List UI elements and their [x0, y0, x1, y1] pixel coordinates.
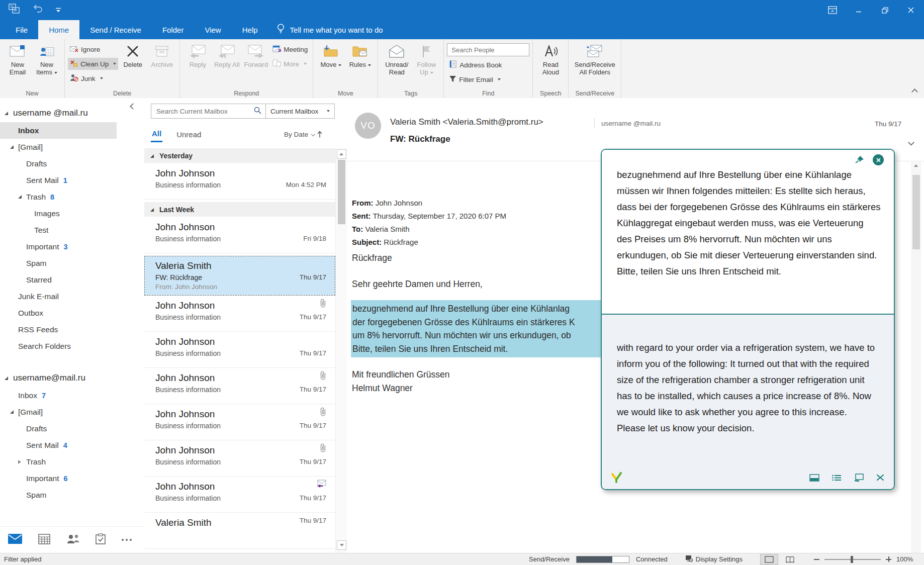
email-row[interactable]: John Johnson Business informationMon 4:5… — [144, 163, 335, 200]
email-row[interactable]: John Johnson Business informationThu 9/1… — [144, 477, 335, 513]
new-items-button[interactable]: New Items — [32, 42, 61, 76]
settings-tools-icon[interactable] — [876, 474, 885, 484]
minimize-button[interactable] — [846, 0, 872, 20]
sidebar-item-important[interactable]: Important3 — [0, 238, 144, 255]
email-row[interactable]: John Johnson Business informationThu 9/1… — [144, 332, 335, 368]
panel-view-icon[interactable] — [809, 474, 819, 484]
open-translator-icon[interactable] — [854, 474, 864, 484]
sidebar-item-spam2[interactable]: Spam — [0, 487, 144, 503]
pin-icon[interactable] — [855, 155, 865, 165]
filter-applied-status[interactable]: Filter applied — [4, 555, 41, 563]
sidebar-item-trash[interactable]: Trash8 — [0, 189, 144, 205]
filter-email-button[interactable]: Filter Email — [447, 73, 529, 85]
search-icon[interactable] — [254, 107, 261, 116]
ribbon-display-options-button[interactable] — [819, 0, 846, 20]
sidebar-item-trash2[interactable]: Trash — [0, 453, 144, 470]
sidebar-item-sent-mail2[interactable]: Sent Mail4 — [0, 437, 144, 453]
customize-quick-access-icon[interactable] — [55, 6, 61, 15]
sort-direction-icon[interactable] — [317, 130, 323, 140]
highlighted-selection[interactable]: bezugnehmend auf Ihre Bestellung über ei… — [351, 300, 604, 357]
sidebar-item-images[interactable]: Images — [0, 205, 144, 222]
zoom-out-button[interactable] — [814, 559, 819, 560]
search-people-box[interactable] — [447, 43, 529, 56]
move-button[interactable]: Move — [316, 42, 345, 68]
account1-header[interactable]: username @mail.ru — [0, 104, 144, 122]
tab-view[interactable]: View — [194, 20, 231, 39]
unread-read-button[interactable]: Unread/ Read — [381, 42, 412, 76]
tab-unread[interactable]: Unread — [176, 130, 201, 139]
email-row[interactable]: John Johnson Business informationThu 9/1… — [144, 368, 335, 404]
sidebar-item-drafts[interactable]: Drafts — [0, 155, 144, 172]
new-email-button[interactable]: New Email — [3, 42, 32, 76]
junk-button[interactable]: Junk — [68, 72, 118, 84]
archive-button[interactable]: Archive — [147, 42, 176, 68]
undo-icon[interactable] — [32, 4, 44, 16]
sidebar-item-gmail2[interactable]: [Gmail] — [0, 404, 144, 420]
zoom-slider[interactable] — [824, 559, 881, 560]
sort-by-dropdown[interactable]: By Date — [284, 131, 315, 138]
more-button[interactable]: More — [270, 58, 310, 70]
email-row[interactable]: John Johnson Business informationThu 9/1… — [144, 296, 335, 332]
more-apps-icon[interactable] — [122, 539, 132, 541]
sidebar-item-gmail[interactable]: [Gmail] — [0, 139, 144, 155]
tasks-nav-icon[interactable] — [96, 533, 106, 546]
restore-button[interactable] — [872, 0, 898, 20]
group-header-last-week[interactable]: Last Week — [144, 202, 335, 217]
sidebar-item-inbox[interactable]: Inbox — [0, 122, 117, 139]
tab-send-receive[interactable]: Send / Receive — [79, 20, 152, 39]
follow-up-button[interactable]: Follow Up — [412, 42, 440, 76]
sidebar-item-junk-email[interactable]: Junk E-mail — [0, 288, 144, 305]
dictionary-list-icon[interactable] — [831, 474, 842, 484]
mail-nav-icon[interactable] — [8, 534, 22, 546]
scroll-up-button[interactable] — [337, 149, 346, 159]
tell-me-box[interactable]: Tell me what you want to do — [276, 20, 383, 39]
sidebar-item-search-folders[interactable]: Search Folders — [0, 338, 144, 354]
list-scrollbar[interactable] — [335, 148, 347, 553]
read-aloud-button[interactable]: Read Aloud — [536, 42, 565, 76]
sidebar-item-spam[interactable]: Spam — [0, 255, 144, 271]
ignore-button[interactable]: Ignore — [68, 43, 118, 55]
account2-header[interactable]: username@mail.ru — [0, 369, 144, 387]
scrollbar-thumb[interactable] — [338, 160, 345, 224]
display-settings-button[interactable]: Display Settings — [685, 555, 743, 564]
send-receive-all-button[interactable]: Send/Receive All Folders — [572, 42, 618, 76]
email-row-selected[interactable]: Valeria Smith FW: RückfrageThu 9/17 From… — [144, 256, 335, 296]
zoom-slider-thumb[interactable] — [851, 556, 853, 563]
email-row[interactable]: John Johnson Business informationFri 9/1… — [144, 217, 335, 253]
search-box[interactable] — [151, 104, 266, 119]
sidebar-item-important2[interactable]: Important6 — [0, 470, 144, 487]
rules-button[interactable]: Rules — [345, 42, 375, 68]
forward-button[interactable]: Forward — [241, 42, 270, 68]
sidebar-item-drafts2[interactable]: Drafts — [0, 420, 144, 437]
clean-up-button[interactable]: Clean Up — [68, 58, 118, 70]
collapse-ribbon-icon[interactable] — [911, 88, 918, 95]
email-row[interactable]: John Johnson Business informationThu 9/1… — [144, 404, 335, 440]
reply-all-button[interactable]: Reply All — [212, 42, 241, 68]
tab-home[interactable]: Home — [38, 20, 79, 39]
tab-help[interactable]: Help — [232, 20, 268, 39]
email-row[interactable]: John Johnson Business informationThu 9/1… — [144, 440, 335, 477]
scrollbar-thumb[interactable] — [912, 175, 920, 249]
collapse-header-icon[interactable] — [908, 139, 914, 146]
calendar-nav-icon[interactable] — [38, 533, 50, 546]
zoom-level[interactable]: 100% — [896, 555, 913, 563]
message-sender[interactable]: Valeria Smith <Valeria.Smith@promt.ru> — [390, 117, 543, 127]
meeting-button[interactable]: Meeting — [270, 43, 310, 55]
sidebar-item-starred[interactable]: Starred — [0, 271, 144, 288]
search-scope-dropdown[interactable]: Current Mailbox — [266, 104, 335, 119]
tab-all[interactable]: All — [151, 126, 162, 142]
normal-view-button[interactable] — [760, 554, 778, 565]
zoom-in-button[interactable] — [886, 556, 891, 562]
sidebar-item-sent-mail[interactable]: Sent Mail1 — [0, 172, 144, 189]
reading-scrollbar[interactable] — [911, 162, 921, 553]
delete-button[interactable]: Delete — [118, 42, 147, 68]
address-book-button[interactable]: Address Book — [447, 59, 529, 71]
scroll-down-button[interactable] — [337, 540, 346, 550]
sidebar-item-inbox2[interactable]: Inbox7 — [0, 387, 144, 404]
tab-folder[interactable]: Folder — [152, 20, 195, 39]
group-header-yesterday[interactable]: Yesterday — [144, 148, 335, 163]
sidebar-item-test[interactable]: Test — [0, 222, 144, 238]
sidebar-item-outbox[interactable]: Outbox — [0, 305, 144, 321]
tab-file[interactable]: File — [5, 20, 38, 39]
close-icon[interactable] — [873, 154, 884, 165]
